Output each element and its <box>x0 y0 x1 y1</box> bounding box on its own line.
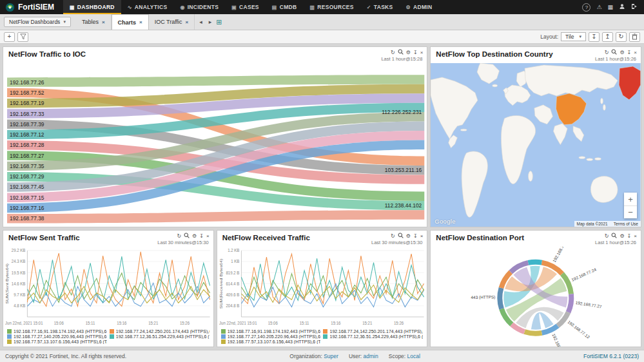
svg-text:15:21: 15:21 <box>148 321 158 326</box>
scope-value: Local <box>407 353 420 359</box>
nav-item-cases[interactable]: ▣CASES <box>225 0 266 14</box>
widget-close-icon[interactable]: × <box>206 233 210 239</box>
widget-refresh-icon[interactable]: ↻ <box>605 233 609 239</box>
legend-item[interactable]: 192.168.77.27,140.205.220.96,443 (HTTPS)… <box>221 334 321 339</box>
legend-item[interactable]: 192.168.77.24,142.250.201.174,443 (HTTPS… <box>323 329 423 334</box>
svg-text:19.5 KB: 19.5 KB <box>12 271 26 276</box>
sankey-chart[interactable]: 192.168.77.26192.168.77.52192.168.77.191… <box>3 63 427 227</box>
add-widget-button[interactable]: + <box>4 32 15 42</box>
svg-text:614.4 B: 614.4 B <box>226 281 239 287</box>
received-traffic-line-chart[interactable]: 204.8 B409.6 B614.4 B819.2 B1 KB1.2 KBJu… <box>217 247 427 328</box>
widget-settings-icon[interactable]: ⚙ <box>192 233 197 239</box>
nav-item-label: DASHBOARD <box>77 4 115 10</box>
help-icon[interactable]: ? <box>582 3 590 12</box>
svg-text:15:06: 15:06 <box>54 321 64 326</box>
legend-item[interactable]: 192.168.77.27,140.205.220.96,443 (HTTPS)… <box>7 334 107 339</box>
admin-icon: ⚙ <box>406 5 411 10</box>
legend-item[interactable]: 192.168.77.57,13.107.6.156,443 (HTTPS),6… <box>221 339 321 344</box>
sent-traffic-line-chart[interactable]: 4.8 KB9.7 KB14.6 KB19.5 KB24.3 KB29.2 KB… <box>3 247 213 328</box>
tab-scroll-left-icon[interactable]: ◂ <box>197 19 204 25</box>
tab-ioc-traffic[interactable]: IOC Traffic× <box>149 14 195 30</box>
widget-settings-icon[interactable]: ⚙ <box>620 50 624 55</box>
widget-settings-icon[interactable]: ⚙ <box>406 50 411 55</box>
tab-close-icon[interactable]: × <box>102 19 105 25</box>
legend-item[interactable]: 192.168.77.24,142.250.201.174,443 (HTTPS… <box>110 329 210 334</box>
widget-close-icon[interactable]: × <box>420 50 424 55</box>
layout-select[interactable]: Tile ▾ <box>561 32 586 41</box>
svg-text:15:16: 15:16 <box>117 321 126 326</box>
widget-refresh-icon[interactable]: ↻ <box>391 50 395 55</box>
user-value: admin <box>364 353 378 359</box>
refresh-dashboard-icon[interactable]: ↻ <box>616 32 627 42</box>
widget-settings-icon[interactable]: ⚙ <box>620 233 624 239</box>
legend-swatch <box>323 329 327 334</box>
widget-zoom-icon[interactable] <box>398 233 404 240</box>
destination-port-chord-chart[interactable]: 192.168.77.16192.168.77.24192.168.77.271… <box>431 247 641 347</box>
sent-traffic-legend: 192.168.77.16,91.198.174.192,443 (HTTPS)… <box>3 328 213 347</box>
legend-item[interactable]: 192.168.77.16,91.198.174.192,443 (HTTPS)… <box>221 329 321 334</box>
user-icon[interactable] <box>619 3 625 11</box>
widget-export-icon[interactable]: ↧ <box>199 233 204 239</box>
widget-title: NetFlow Traffic to IOC <box>8 50 86 58</box>
svg-text:192.168.77.45: 192.168.77.45 <box>10 184 44 190</box>
widget-export-icon[interactable]: ↧ <box>413 233 418 239</box>
widget-zoom-icon[interactable] <box>611 49 617 56</box>
landmass-cuba <box>461 129 467 131</box>
widget-refresh-icon[interactable]: ↻ <box>177 233 181 239</box>
zoom-out-button[interactable]: − <box>624 205 637 218</box>
widget-toolbar: + Layout: Tile ▾ ↧ ↥ ↻ <box>0 30 644 44</box>
map-canvas[interactable]: Google Map data ©2021 Terms of Use + − <box>431 63 641 227</box>
widget-close-icon[interactable]: × <box>634 233 637 239</box>
tab-close-icon[interactable]: × <box>139 19 142 25</box>
nav-item-cmdb[interactable]: ▤CMDB <box>266 0 304 14</box>
widget-export-icon[interactable]: ↧ <box>627 50 632 55</box>
logout-icon[interactable] <box>631 3 638 11</box>
widget-zoom-icon[interactable] <box>184 233 190 240</box>
legend-item[interactable]: 192.168.77.12,36.51.254.229,443 (HTTPS),… <box>110 334 210 339</box>
alert-icon[interactable]: ⚠ <box>596 4 601 10</box>
widget-export-icon[interactable]: ↧ <box>413 50 418 55</box>
tab-tables[interactable]: Tables× <box>76 14 112 30</box>
nav-item-resources[interactable]: ▥RESOURCES <box>303 0 360 14</box>
legend-item[interactable]: 192.168.77.16,91.198.174.192,443 (HTTPS)… <box>7 329 107 334</box>
apps-icon[interactable]: ▦ <box>607 4 613 10</box>
widget-refresh-icon[interactable]: ↻ <box>391 233 395 239</box>
widget-close-icon[interactable]: × <box>420 233 424 239</box>
new-tab-icon[interactable]: ⊞ <box>216 18 222 26</box>
nav-item-dashboard[interactable]: ▦DASHBOARD <box>63 0 121 14</box>
layout-value: Tile <box>565 33 574 40</box>
dashboard-grid: NetFlow Traffic to IOC ↻ ⚙ ↧ × Last 1 ho… <box>0 44 644 350</box>
delete-dashboard-icon[interactable] <box>629 32 640 42</box>
nav-item-incidents[interactable]: ◉INCIDENTS <box>173 0 225 14</box>
legend-item[interactable]: 192.168.77.57,13.107.6.156,443 (HTTPS),6… <box>7 339 107 344</box>
dashboard-selector[interactable]: NetFlow Dashboards ▾ <box>4 17 71 27</box>
widget-title: NetFlow Top Destination Country <box>436 50 552 58</box>
export-dashboard-icon[interactable]: ↧ <box>589 32 600 42</box>
legend-item[interactable]: 192.168.77.12,36.51.254.229,443 (HTTPS),… <box>323 334 423 339</box>
tab-scroll-right-icon[interactable]: ▸ <box>207 19 214 25</box>
svg-text:24.3 KB: 24.3 KB <box>12 259 26 264</box>
zoom-in-button[interactable]: + <box>624 193 637 205</box>
nav-item-label: ADMIN <box>413 4 432 10</box>
svg-text:443 (HTTPS): 443 (HTTPS) <box>471 295 496 301</box>
widget-close-icon[interactable]: × <box>634 50 637 55</box>
nav-item-tasks[interactable]: ✓TASKS <box>360 0 400 14</box>
tab-close-icon[interactable]: × <box>186 19 189 25</box>
widget-settings-icon[interactable]: ⚙ <box>406 233 411 239</box>
funnel-icon <box>20 33 26 40</box>
nav-item-admin[interactable]: ⚙ADMIN <box>400 0 439 14</box>
tab-charts[interactable]: Charts× <box>112 14 149 30</box>
version-text: FortiSIEM 6.2.1 (0223) <box>583 353 639 359</box>
nav-item-analytics[interactable]: ∿ANALYTICS <box>121 0 174 14</box>
filter-button[interactable] <box>17 32 28 42</box>
widget-zoom-icon[interactable] <box>398 49 404 56</box>
legend-swatch <box>110 329 114 334</box>
widget-title: NetFlow Sent Traffic <box>8 234 80 242</box>
fortisiem-logo[interactable]: FortiSIEM <box>0 0 63 14</box>
legend-label: 192.168.77.27,140.205.220.96,443 (HTTPS)… <box>228 334 321 339</box>
widget-refresh-icon[interactable]: ↻ <box>605 50 609 55</box>
terms-of-use-link[interactable]: Terms of Use <box>614 222 638 226</box>
widget-export-icon[interactable]: ↧ <box>627 233 632 239</box>
import-dashboard-icon[interactable]: ↥ <box>602 32 613 42</box>
widget-zoom-icon[interactable] <box>611 233 617 240</box>
